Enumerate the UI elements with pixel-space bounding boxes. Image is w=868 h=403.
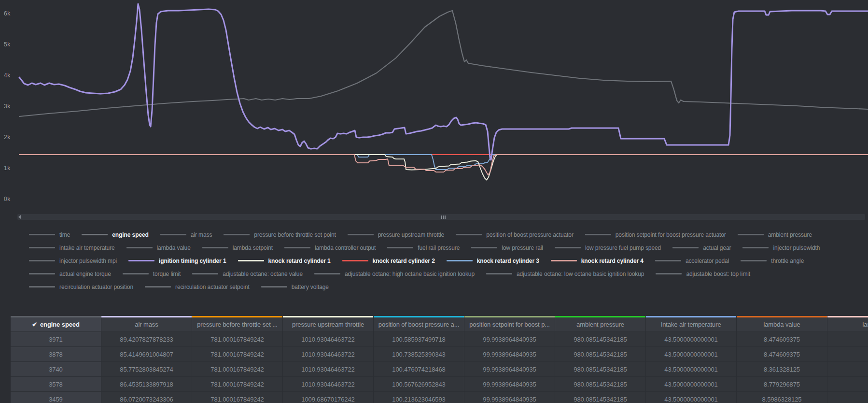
- legend-item-adjustable-octane-low-octane-basic-ignition-lookup[interactable]: adjustable octane: low octane basic igni…: [486, 271, 644, 277]
- legend-item-lambda-controller-output[interactable]: lambda controller output: [284, 245, 376, 251]
- legend-item-adjustable-octane-high-octane-basic-ignition-lookup[interactable]: adjustable octane: high octane basic ign…: [314, 271, 475, 277]
- legend-label: injector pulsewidth mpi: [59, 258, 117, 264]
- legend-item-recirculation-actuator-position[interactable]: recirculation actuator position: [29, 284, 133, 290]
- column-header-label: air mass: [135, 321, 158, 328]
- legend-item-throttle-angle[interactable]: throttle angle: [741, 258, 804, 264]
- chart-x-scrollbar[interactable]: [17, 214, 865, 220]
- table-column-position-of-boost-pressure-a: position of boost pressure a...100.58593…: [374, 316, 464, 403]
- column-header-air-mass[interactable]: air mass: [101, 317, 192, 331]
- table-cell: 8.5986328125: [737, 391, 827, 403]
- table-cell: 43.5000000000001: [646, 361, 736, 376]
- column-header-lambda[interactable]: lambda: [827, 317, 868, 331]
- column-header-intake-air-temperature[interactable]: intake air temperature: [646, 317, 736, 331]
- legend-item-time[interactable]: time: [29, 231, 70, 238]
- legend-swatch: [29, 234, 55, 235]
- y-axis-tick: 0k: [4, 196, 11, 202]
- legend-item-knock-retard-cylinder-4[interactable]: knock retard cylinder 4: [551, 258, 644, 264]
- legend-item-torque-limit[interactable]: torque limit: [123, 271, 181, 277]
- table-cell: 100.476074218468: [374, 361, 464, 376]
- legend-item-lambda-value[interactable]: lambda value: [126, 245, 191, 251]
- legend-item-low-pressure-fuel-pump-speed[interactable]: low pressure fuel pump speed: [555, 245, 661, 251]
- legend-label: throttle angle: [771, 258, 804, 264]
- column-header-lambda-value[interactable]: lambda value: [737, 317, 827, 331]
- legend-item-low-pressure-rail[interactable]: low pressure rail: [471, 245, 543, 251]
- column-header-pressure-before-throttle-set[interactable]: pressure before throttle set ...: [192, 317, 282, 331]
- column-header-position-of-boost-pressure-a[interactable]: position of boost pressure a...: [374, 317, 464, 331]
- table-cell: 99.9938964840935: [464, 391, 555, 403]
- legend-swatch: [672, 247, 699, 248]
- legend-item-battery-voltage[interactable]: battery voltage: [261, 284, 329, 290]
- legend-swatch: [224, 234, 250, 235]
- table-cell: 8.474609375: [737, 331, 827, 346]
- selected-check-icon: ✔: [32, 321, 37, 328]
- table-cell: 100.213623046593: [374, 391, 464, 403]
- legend-label: torque limit: [153, 271, 181, 277]
- legend-item-injector-pulsewidth[interactable]: injector pulsewidth: [742, 245, 820, 251]
- column-header-ambient-pressure[interactable]: ambient pressure: [555, 317, 645, 331]
- scrollbar-grip-icon[interactable]: [441, 216, 446, 219]
- table-column-lambda-value: lambda value8.4746093758.4746093758.3613…: [737, 316, 827, 403]
- legend-label: pressure before throttle set point: [254, 231, 336, 238]
- legend-item-lambda-setpoint[interactable]: lambda setpoint: [202, 245, 273, 251]
- legend-item-ambient-pressure[interactable]: ambient pressure: [738, 231, 812, 238]
- legend-item-position-of-boost-pressure-actuator[interactable]: position of boost pressure actuator: [456, 231, 574, 238]
- legend-item-pressure-upstream-throttle[interactable]: pressure upstream throttle: [348, 231, 444, 238]
- legend-item-knock-retard-cylinder-3[interactable]: knock retard cylinder 3: [447, 258, 539, 264]
- legend-swatch: [123, 273, 149, 274]
- table-cell: 43.5000000000001: [646, 391, 736, 403]
- chart-canvas[interactable]: 6k5k4k3k2k1k0k: [0, 0, 868, 211]
- column-header-label: lambda: [862, 321, 868, 328]
- legend-item-intake-air-temperature[interactable]: intake air temperature: [29, 245, 115, 251]
- table-cell: 100.738525390343: [374, 346, 464, 361]
- table-cell: 89.4207827878233: [101, 331, 192, 346]
- legend-item-accelerator-pedal[interactable]: accelerator pedal: [655, 258, 729, 264]
- legend-item-pressure-before-throttle-set-point[interactable]: pressure before throttle set point: [224, 231, 336, 238]
- legend-item-knock-retard-cylinder-1[interactable]: knock retard cylinder 1: [238, 258, 331, 264]
- column-header-pressure-upstream-throttle[interactable]: pressure upstream throttle: [283, 317, 373, 331]
- legend-label: air mass: [191, 231, 212, 238]
- legend-item-position-setpoint-for-boost-pressure-actuator[interactable]: position setpoint for boost pressure act…: [585, 231, 726, 238]
- table-cell: 43.5000000000001: [646, 376, 736, 391]
- y-axis-tick: 6k: [4, 10, 11, 17]
- chart-panel: 6k5k4k3k2k1k0k: [0, 0, 868, 211]
- legend-item-injector-pulsewidth-mpi[interactable]: injector pulsewidth mpi: [29, 258, 117, 264]
- legend-item-knock-retard-cylinder-2[interactable]: knock retard cylinder 2: [342, 258, 435, 264]
- legend-swatch: [387, 247, 413, 248]
- table-column-intake-air-temperature: intake air temperature43.500000000000143…: [646, 316, 737, 403]
- table-column-engine-speed: ✔engine speed39713878374035783459: [11, 316, 101, 403]
- table-column-pressure-before-throttle-set: pressure before throttle set ...781.0001…: [192, 316, 283, 403]
- series-line-knock-retard-cylinder-3: [19, 155, 868, 170]
- legend-label: lambda controller output: [315, 245, 376, 251]
- legend-label: intake air temperature: [59, 245, 115, 251]
- table-cell: 1010.93046463722: [283, 331, 373, 346]
- legend-item-actual-gear[interactable]: actual gear: [672, 245, 731, 251]
- column-header-engine-speed[interactable]: ✔engine speed: [11, 317, 101, 331]
- legend-item-adjustable-boost-top-limit[interactable]: adjustable boost: top limit: [656, 271, 750, 277]
- legend-item-air-mass[interactable]: air mass: [160, 231, 212, 238]
- legend-label: ignition timing cylinder 1: [159, 258, 226, 264]
- table-cell: 781.000167849242: [192, 361, 282, 376]
- column-header-label: intake air temperature: [661, 321, 721, 328]
- legend-swatch: [82, 234, 108, 235]
- table-cell: 1010.93046463722: [283, 376, 373, 391]
- legend-swatch: [551, 260, 577, 261]
- legend-item-recirculation-actuator-setpoint[interactable]: recirculation actuator setpoint: [145, 284, 250, 290]
- data-table: ✔engine speed39713878374035783459air mas…: [11, 316, 868, 403]
- table-cell: 3578: [11, 376, 101, 391]
- legend-item-ignition-timing-cylinder-1[interactable]: ignition timing cylinder 1: [128, 258, 226, 264]
- table-cell: 99.9938964840935: [464, 346, 555, 361]
- legend-label: accelerator pedal: [686, 258, 729, 264]
- table-column-ambient-pressure: ambient pressure980.085145342185980.0851…: [555, 316, 646, 403]
- table-cell: 85.4149691004807: [101, 346, 192, 361]
- legend-item-engine-speed[interactable]: engine speed: [82, 231, 149, 238]
- column-header-label: pressure before throttle set ...: [197, 321, 278, 328]
- column-header-position-setpoint-for-boost-p[interactable]: position setpoint for boost p...: [464, 317, 555, 331]
- legend-item-actual-engine-torque[interactable]: actual engine torque: [29, 271, 111, 277]
- legend-label: knock retard cylinder 1: [268, 258, 331, 264]
- scrollbar-left-arrow-icon[interactable]: [18, 215, 21, 219]
- legend-item-fuel-rail-pressure[interactable]: fuel rail pressure: [387, 245, 460, 251]
- legend-item-adjustable-octane-octane-value[interactable]: adjustable octane: octane value: [192, 271, 303, 277]
- table-cell: 43.5000000000001: [646, 346, 736, 361]
- column-header-label: pressure upstream throttle: [292, 321, 364, 328]
- column-header-label: lambda value: [763, 321, 800, 328]
